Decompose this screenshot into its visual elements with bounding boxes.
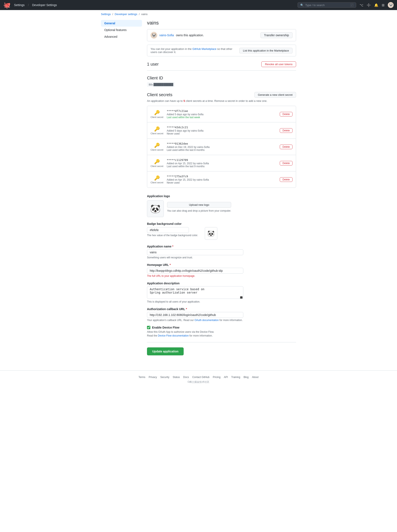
secret-meta-2: Added 5 days ago by vains-Sofia (167, 129, 276, 132)
secret-item: 🔑 Client secret *****c1129709 Added on A… (147, 155, 296, 171)
delete-secret-1-button[interactable]: Delete (280, 112, 292, 116)
logo-preview: 🐼 (147, 200, 164, 217)
sidebar-item-advanced[interactable]: Advanced (101, 33, 142, 40)
description-section: Application description Authentication s… (147, 282, 296, 303)
footer-link-terms[interactable]: Terms (138, 376, 145, 379)
client-secrets-title: Client secrets (147, 92, 172, 97)
badge-color-section: Badge background color The hex value of … (147, 222, 296, 240)
secret-item: 🔑 Client secret *****275a3fc9 Added on A… (147, 171, 296, 188)
header-nav-separator: / (28, 3, 29, 7)
secret-item: 🔑 Client secret *****df7c21ae Added 5 da… (147, 106, 296, 122)
list-marketplace-button[interactable]: List this application in the Marketplace (239, 48, 292, 53)
oauth-docs-link[interactable]: OAuth documentation (194, 319, 219, 322)
main-content: vains 🐼 vains-Sofia owns this applicatio… (147, 18, 296, 365)
secret-icon-3: 🔑 Client secret (150, 143, 163, 151)
breadcrumb-settings[interactable]: Settings (101, 13, 111, 16)
secret-icon-1: 🔑 Client secret (150, 110, 163, 118)
secret-details-5: *****275a3fc9 Added on Apr 15, 2022 by v… (167, 175, 276, 184)
app-name-input[interactable] (147, 249, 243, 255)
owner-info: 🐼 vains-Sofia owns this application. (150, 32, 204, 38)
breadcrumb-developer-settings[interactable]: Developer settings (115, 13, 137, 16)
homepage-url-section: Homepage URL * The full URL to your appl… (147, 263, 296, 277)
marketplace-box: You can list your application in the Git… (147, 45, 296, 56)
secret-last-used-5: Never used (167, 181, 276, 184)
callback-url-section: Authorization callback URL * Your applic… (147, 307, 296, 322)
delete-secret-4-button[interactable]: Delete (280, 161, 292, 165)
secrets-list: 🔑 Client secret *****df7c21ae Added 5 da… (147, 106, 296, 188)
owner-username[interactable]: vains-Sofia (159, 33, 174, 37)
sidebar-item-optional-features[interactable]: Optional features (101, 27, 142, 33)
badge-color-input-group: The hex value of the badge background co… (147, 227, 198, 237)
generate-client-secret-button[interactable]: Generate a new client secret (254, 92, 296, 98)
client-secrets-description: An application can have up to 5 client s… (147, 99, 296, 102)
header-search[interactable]: 🔍 Type / to search / (298, 2, 356, 8)
users-section: 1 user Revoke all user tokens (147, 61, 296, 71)
footer-link-api[interactable]: API (224, 376, 228, 379)
secret-code-1: *****df7c21ae (167, 109, 276, 113)
device-flow-docs-link[interactable]: Device Flow documentation (158, 334, 189, 337)
footer-link-docs[interactable]: Docs (183, 376, 189, 379)
bell-icon[interactable]: 🔔 (374, 3, 378, 7)
secret-icon-4: 🔑 Client secret (150, 159, 163, 167)
secret-last-used-3: Last used within the last 8 months (167, 149, 276, 152)
footer-link-privacy[interactable]: Privacy (149, 376, 157, 379)
user-avatar[interactable]: 🐼 (388, 2, 394, 8)
search-shortcut-badge: / (350, 3, 354, 7)
footer: Terms Privacy Security Status Docs Conta… (0, 370, 397, 389)
delete-secret-5-button[interactable]: Delete (280, 177, 292, 182)
client-secrets-header: Client secrets Generate a new client sec… (147, 92, 296, 98)
footer-link-pricing[interactable]: Pricing (213, 376, 220, 379)
footer-link-training[interactable]: Training (231, 376, 240, 379)
transfer-ownership-button[interactable]: Transfer ownership (261, 32, 292, 38)
revoke-all-tokens-button[interactable]: Revoke all user tokens (261, 61, 296, 67)
device-flow-section: Enable Device Flow Allow this OAuth App … (147, 326, 296, 337)
callback-url-input[interactable] (147, 312, 243, 318)
secret-meta-5: Added on Apr 15, 2022 by vains-Sofia (167, 178, 276, 181)
footer-link-blog[interactable]: Blog (243, 376, 248, 379)
badge-color-hint: The hex value of the badge background co… (147, 234, 198, 237)
footer-note: ©稀土掘金技术社区 (5, 380, 392, 384)
description-textarea[interactable]: Authentication service based on Spring a… (147, 286, 243, 299)
footer-link-security[interactable]: Security (160, 376, 169, 379)
footer-link-about[interactable]: About (252, 376, 258, 379)
badge-color-input[interactable] (147, 227, 189, 233)
terminal-icon: ⌥ (360, 3, 363, 7)
logo-upload-area: 🐼 Upload new logo You can also drag and … (147, 200, 296, 217)
grid-icon[interactable]: ⊞ (382, 3, 385, 7)
secret-item: 🔑 Client secret *****43dc2c21 Added 5 da… (147, 122, 296, 139)
device-flow-checkbox[interactable] (147, 326, 150, 329)
secret-icon-5: 🔑 Client secret (150, 175, 163, 184)
device-flow-label[interactable]: Enable Device Flow (152, 326, 180, 329)
header-nav-subtitle: Developer Settings (32, 3, 57, 7)
header-nav-title: Settings (14, 3, 25, 7)
secret-last-used-4: Last used within the last 9 months (167, 165, 276, 168)
sidebar-item-general[interactable]: General (101, 20, 142, 27)
app-name-section: Application name * Something users will … (147, 245, 296, 259)
footer-link-status[interactable]: Status (173, 376, 180, 379)
secret-code-3: *****91362dee (167, 142, 276, 145)
secret-meta-4: Added on Apr 15, 2022 by vains-Sofia (167, 162, 276, 165)
page-title: vains (147, 20, 296, 26)
delete-secret-3-button[interactable]: Delete (280, 145, 292, 149)
homepage-url-input[interactable] (147, 268, 243, 274)
plus-icon[interactable]: ➕ (367, 3, 371, 7)
textarea-resize-icon: ⬛ (240, 296, 242, 298)
callback-url-hint: Your application's callback URL. Read ou… (147, 319, 296, 322)
marketplace-link[interactable]: GitHub Marketplace (192, 47, 217, 51)
secret-details-4: *****c1129709 Added on Apr 15, 2022 by v… (167, 158, 276, 168)
update-application-button[interactable]: Update application (147, 347, 184, 355)
app-name-hint: Something users will recognize and trust… (147, 256, 296, 259)
logo-label: Application logo (147, 194, 296, 198)
delete-secret-2-button[interactable]: Delete (280, 128, 292, 133)
secret-meta-3: Added on Dec 19, 2022 by vains-Sofia (167, 146, 276, 149)
sidebar-nav: General Optional features Advanced (101, 20, 142, 40)
app-name-label: Application name * (147, 245, 296, 248)
homepage-url-hint: The full URL to your application homepag… (147, 274, 296, 277)
secret-details-2: *****43dc2c21 Added 5 days ago by vains-… (167, 126, 276, 135)
client-id-title: Client ID (147, 76, 296, 81)
footer-link-contact[interactable]: Contact GitHub (192, 376, 209, 379)
upload-logo-button[interactable]: Upload new logo (167, 202, 231, 208)
marketplace-text: You can list your application in the Git… (150, 47, 236, 54)
secret-details-1: *****df7c21ae Added 5 days ago by vains-… (167, 109, 276, 119)
secret-last-used-2: Never used (167, 132, 276, 135)
